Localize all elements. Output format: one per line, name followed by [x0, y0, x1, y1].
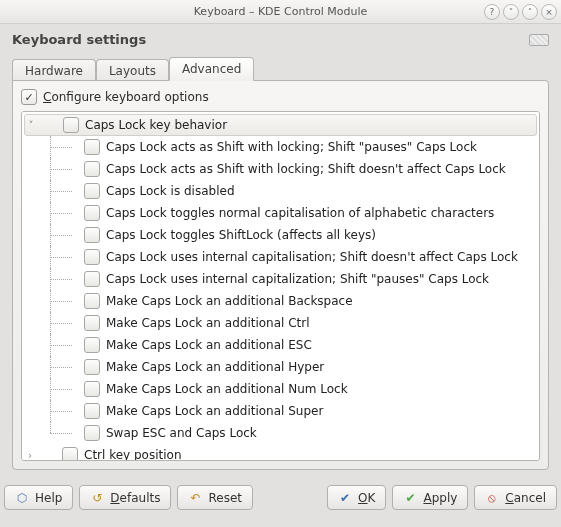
- item-label: Caps Lock uses internal capitalisation; …: [106, 250, 518, 264]
- tree-item[interactable]: Caps Lock is disabled: [24, 180, 537, 202]
- apply-icon: ✔: [403, 491, 417, 505]
- tree-connector: [42, 334, 78, 356]
- tree-group-capslock[interactable]: ˅Caps Lock key behavior: [24, 114, 537, 136]
- ok-button[interactable]: ✔ OK: [327, 485, 386, 510]
- tab-advanced[interactable]: Advanced: [169, 57, 254, 81]
- advanced-panel: Configure keyboard options ˅Caps Lock ke…: [12, 80, 549, 470]
- item-label: Caps Lock toggles normal capitalisation …: [106, 206, 494, 220]
- dialog-buttons: ⬡ Help ↺ Defaults ↶ Reset ✔ OK ✔ Apply ⦸…: [0, 485, 561, 510]
- item-checkbox[interactable]: [84, 359, 100, 375]
- item-checkbox[interactable]: [84, 337, 100, 353]
- item-label: Make Caps Lock an additional Num Lock: [106, 382, 348, 396]
- item-checkbox[interactable]: [84, 425, 100, 441]
- window-controls: ? ˅ ˄ ×: [484, 4, 557, 20]
- whatsthis-button[interactable]: ?: [484, 4, 500, 20]
- chevron-right-icon[interactable]: ›: [24, 450, 36, 461]
- tree-item[interactable]: Caps Lock acts as Shift with locking; Sh…: [24, 136, 537, 158]
- tree-group-ctrl[interactable]: ›Ctrl key position: [24, 444, 537, 461]
- tree-item[interactable]: Caps Lock uses internal capitalisation; …: [24, 246, 537, 268]
- help-icon: ⬡: [15, 491, 29, 505]
- reset-label: Reset: [208, 491, 242, 505]
- tree-connector: [42, 290, 78, 312]
- window-title: Keyboard – KDE Control Module: [194, 5, 368, 18]
- page-header: Keyboard settings: [12, 32, 549, 47]
- item-checkbox[interactable]: [84, 183, 100, 199]
- cancel-label: Cancel: [505, 491, 546, 505]
- group-checkbox[interactable]: [62, 447, 78, 461]
- close-button[interactable]: ×: [541, 4, 557, 20]
- tree-connector: [42, 180, 78, 202]
- apply-label: Apply: [423, 491, 457, 505]
- apply-button[interactable]: ✔ Apply: [392, 485, 468, 510]
- tree-item[interactable]: Caps Lock uses internal capitalization; …: [24, 268, 537, 290]
- item-label: Caps Lock acts as Shift with locking; Sh…: [106, 162, 506, 176]
- item-label: Make Caps Lock an additional Ctrl: [106, 316, 310, 330]
- item-label: Make Caps Lock an additional Super: [106, 404, 323, 418]
- group-label: Ctrl key position: [84, 448, 182, 461]
- tree-connector: [42, 136, 78, 158]
- tree-item[interactable]: Caps Lock toggles normal capitalisation …: [24, 202, 537, 224]
- tree-item[interactable]: Make Caps Lock an additional Num Lock: [24, 378, 537, 400]
- item-label: Caps Lock toggles ShiftLock (affects all…: [106, 228, 376, 242]
- configure-label: Configure keyboard options: [43, 90, 209, 104]
- item-checkbox[interactable]: [84, 381, 100, 397]
- item-checkbox[interactable]: [84, 161, 100, 177]
- page-title: Keyboard settings: [12, 32, 146, 47]
- minimize-button[interactable]: ˅: [503, 4, 519, 20]
- item-checkbox[interactable]: [84, 315, 100, 331]
- help-button[interactable]: ⬡ Help: [4, 485, 73, 510]
- cancel-icon: ⦸: [485, 491, 499, 505]
- defaults-icon: ↺: [90, 491, 104, 505]
- tree-item[interactable]: Make Caps Lock an additional Hyper: [24, 356, 537, 378]
- item-label: Caps Lock uses internal capitalization; …: [106, 272, 489, 286]
- titlebar: Keyboard – KDE Control Module ? ˅ ˄ ×: [0, 0, 561, 24]
- tree-connector: [42, 224, 78, 246]
- item-checkbox[interactable]: [84, 403, 100, 419]
- item-checkbox[interactable]: [84, 227, 100, 243]
- item-checkbox[interactable]: [84, 271, 100, 287]
- tab-hardware[interactable]: Hardware: [12, 59, 96, 82]
- ok-icon: ✔: [338, 491, 352, 505]
- help-label: Help: [35, 491, 62, 505]
- cancel-button[interactable]: ⦸ Cancel: [474, 485, 557, 510]
- tab-layouts[interactable]: Layouts: [96, 59, 169, 82]
- item-label: Make Caps Lock an additional Backspace: [106, 294, 353, 308]
- reset-button[interactable]: ↶ Reset: [177, 485, 253, 510]
- item-label: Caps Lock is disabled: [106, 184, 235, 198]
- options-tree[interactable]: ˅Caps Lock key behaviorCaps Lock acts as…: [21, 111, 540, 461]
- tree-connector: [42, 422, 78, 444]
- tree-item[interactable]: Make Caps Lock an additional Ctrl: [24, 312, 537, 334]
- group-checkbox[interactable]: [63, 117, 79, 133]
- tree-item[interactable]: Make Caps Lock an additional ESC: [24, 334, 537, 356]
- defaults-button[interactable]: ↺ Defaults: [79, 485, 171, 510]
- configure-option-row: Configure keyboard options: [21, 89, 540, 105]
- item-checkbox[interactable]: [84, 293, 100, 309]
- tree-connector: [42, 268, 78, 290]
- keyboard-icon: [529, 34, 549, 46]
- tree-item[interactable]: Caps Lock toggles ShiftLock (affects all…: [24, 224, 537, 246]
- item-label: Caps Lock acts as Shift with locking; Sh…: [106, 140, 477, 154]
- reset-icon: ↶: [188, 491, 202, 505]
- tree-connector: [42, 378, 78, 400]
- maximize-button[interactable]: ˄: [522, 4, 538, 20]
- item-checkbox[interactable]: [84, 249, 100, 265]
- tree-connector: [42, 158, 78, 180]
- tree-connector: [42, 356, 78, 378]
- tree-item[interactable]: Caps Lock acts as Shift with locking; Sh…: [24, 158, 537, 180]
- configure-checkbox[interactable]: [21, 89, 37, 105]
- item-label: Make Caps Lock an additional ESC: [106, 338, 312, 352]
- tree-item[interactable]: Make Caps Lock an additional Super: [24, 400, 537, 422]
- item-checkbox[interactable]: [84, 205, 100, 221]
- tab-bar: Hardware Layouts Advanced: [12, 57, 549, 81]
- chevron-down-icon[interactable]: ˅: [25, 120, 37, 131]
- ok-label: OK: [358, 491, 375, 505]
- tree-connector: [42, 400, 78, 422]
- tree-item[interactable]: Swap ESC and Caps Lock: [24, 422, 537, 444]
- item-checkbox[interactable]: [84, 139, 100, 155]
- tree-connector: [42, 246, 78, 268]
- tree-item[interactable]: Make Caps Lock an additional Backspace: [24, 290, 537, 312]
- tree-connector: [42, 312, 78, 334]
- group-label: Caps Lock key behavior: [85, 118, 227, 132]
- defaults-label: Defaults: [110, 491, 160, 505]
- item-label: Make Caps Lock an additional Hyper: [106, 360, 324, 374]
